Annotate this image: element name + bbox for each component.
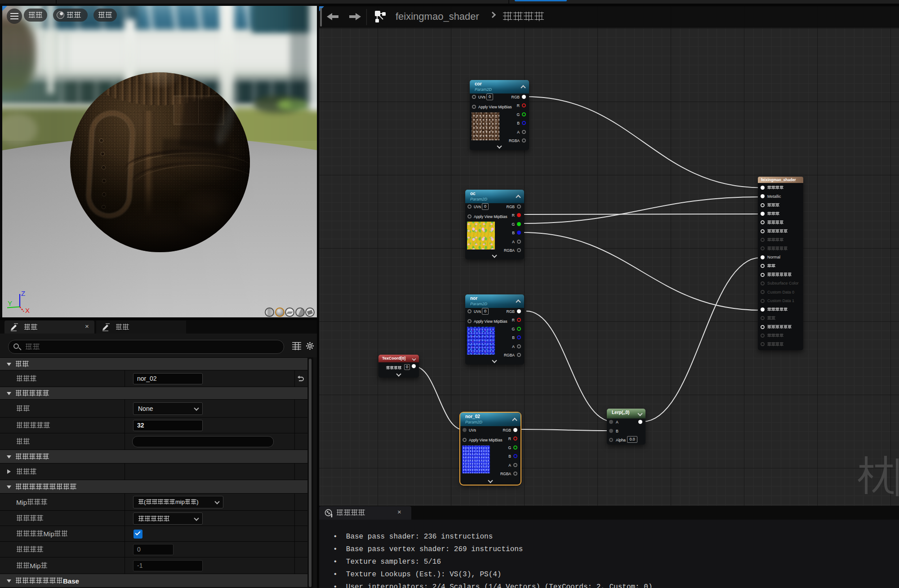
svg-text:Z: Z bbox=[21, 290, 25, 297]
svg-text:X: X bbox=[25, 307, 30, 313]
svg-text:Y: Y bbox=[8, 299, 12, 307]
